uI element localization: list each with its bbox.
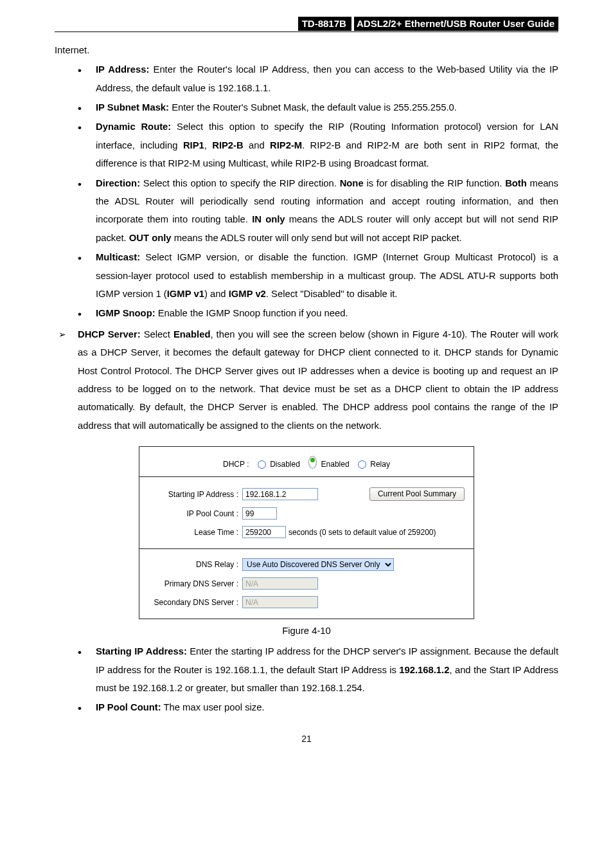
list-item: IP Address: Enter the Router's local IP … [96, 60, 558, 97]
label-bold: Starting IP Address: [96, 646, 187, 656]
label-text: Select this option to specify the RIP di… [140, 178, 340, 188]
radio-enabled[interactable] [308, 456, 317, 469]
label-bold: DHCP Server: [78, 329, 141, 339]
label-bold: Both [505, 178, 527, 188]
dhcp-server-item: DHCP Server: Select Enabled, then you wi… [55, 325, 558, 435]
opt-disabled-label: Disabled [270, 460, 300, 469]
label-text: ) and [204, 289, 229, 299]
label-text: Enable the IGMP Snoop function if you ne… [155, 308, 348, 318]
radio-relay[interactable] [358, 460, 366, 469]
label-text: , [204, 140, 212, 150]
label-text: Enter the Router's local IP Address, the… [96, 64, 558, 93]
header-title: ADSL2/2+ Ethernet/USB Router User Guide [354, 17, 558, 31]
opt-enabled-label: Enabled [321, 460, 350, 469]
ip-pool-label: IP Pool Count : [148, 509, 242, 518]
label-text: The max user pool size. [161, 702, 265, 712]
opt-relay-label: Relay [370, 460, 390, 469]
radio-disabled[interactable] [258, 460, 266, 469]
primary-dns-input[interactable] [242, 577, 318, 590]
label-bold: OUT only [129, 233, 172, 243]
label-bold: 192.168.1.2 [399, 665, 449, 675]
label-text: Enter the Router's Subnet Mask, the defa… [169, 102, 457, 113]
pool-summary-button[interactable]: Current Pool Summary [369, 487, 465, 501]
label-text: and [244, 140, 270, 150]
page-number: 21 [55, 734, 558, 744]
list-item: Dynamic Route: Select this option to spe… [96, 118, 558, 172]
label-text: . Select "Disabled" to disable it. [266, 289, 398, 299]
label-text: is for disabling the RIP function. [364, 178, 505, 188]
label-bold: IGMP Snoop: [96, 308, 155, 318]
label-bold: RIP2-B [212, 140, 244, 150]
dhcp-mode-row: DHCP : Disabled Enabled Relay [139, 447, 474, 477]
primary-dns-label: Primary DNS Server : [148, 579, 242, 588]
label-text: means the ADLS router will only send but… [172, 233, 462, 243]
label-bold: IP Address: [96, 64, 149, 75]
list-item: IP Pool Count: The max user pool size. [96, 698, 558, 716]
label-bold: None [340, 178, 364, 188]
header-bar: TD-8817B ADSL2/2+ Ethernet/USB Router Us… [55, 18, 558, 32]
ip-pool-input[interactable] [242, 507, 277, 520]
starting-ip-label: Starting IP Address : [148, 490, 242, 499]
dhcp-label: DHCP : [223, 460, 251, 469]
list-item: Direction: Select this option to specify… [96, 174, 558, 248]
secondary-dns-input[interactable] [242, 596, 318, 608]
label-bold: IGMP v2 [229, 289, 266, 299]
intro-text: Internet. [55, 41, 558, 59]
dns-relay-label: DNS Relay : [148, 560, 242, 569]
label-text: , then you will see the screen below (sh… [78, 329, 558, 431]
label-bold: IGMP v1 [167, 289, 204, 299]
list-item: IGMP Snoop: Enable the IGMP Snoop functi… [96, 304, 558, 322]
label-bold: Dynamic Route: [96, 122, 171, 132]
label-bold: Direction: [96, 178, 140, 188]
label-bold: IP Subnet Mask: [96, 102, 169, 113]
figure-caption: Figure 4-10 [55, 626, 558, 636]
starting-ip-input[interactable] [242, 488, 318, 500]
label-bold: RIP2-M [270, 140, 302, 150]
header-model: TD-8817B [298, 17, 351, 31]
feature-list: IP Address: Enter the Router's local IP … [55, 60, 558, 323]
label-bold: Multicast: [96, 252, 140, 262]
lease-suffix: seconds (0 sets to default value of 2592… [289, 528, 436, 537]
list-item: Multicast: Select IGMP version, or disab… [96, 248, 558, 303]
label-bold: Enabled [173, 329, 211, 339]
secondary-dns-label: Secondary DNS Server : [148, 598, 242, 607]
dhcp-field-list: Starting IP Address: Enter the starting … [55, 642, 558, 717]
dhcp-panel: DHCP : Disabled Enabled Relay Starting I… [139, 446, 474, 619]
label-bold: RIP1 [183, 140, 204, 150]
lease-time-label: Lease Time : [148, 528, 242, 537]
label-text: Select [141, 329, 173, 339]
label-bold: IP Pool Count: [96, 702, 161, 712]
dns-relay-select[interactable]: Use Auto Discovered DNS Server Only [242, 558, 394, 571]
lease-time-input[interactable] [242, 526, 286, 538]
list-item: Starting IP Address: Enter the starting … [96, 642, 558, 697]
label-bold: IN only [252, 214, 285, 224]
list-item: IP Subnet Mask: Enter the Router's Subne… [96, 98, 558, 116]
